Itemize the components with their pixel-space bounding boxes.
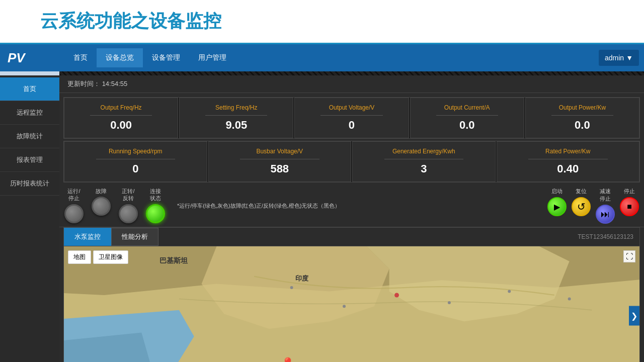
metric-running-speed: Running Speed/rpm 0 [64, 141, 207, 182]
status-indicator-3 [146, 204, 165, 223]
control-buttons: 启动 ▶ 复位 ↺ 减速停止 ⏭ [547, 188, 639, 224]
metric-value-4: 0.0 [531, 119, 634, 132]
map-label-india: 印度 [295, 274, 308, 283]
decel-stop-button[interactable]: ⏭ [596, 205, 615, 224]
status-label-3: 连接状态 [150, 188, 161, 202]
status-label-0: 运行/停止 [67, 188, 80, 202]
metric-rated-power: Rated Power/Kw 0.40 [497, 141, 640, 182]
ctrl-start: 启动 ▶ [547, 188, 567, 216]
start-button[interactable]: ▶ [547, 197, 567, 216]
metric-value-2: 0 [300, 119, 403, 132]
logo-area: PV [0, 44, 59, 71]
metric-label-r2: Generated Energy/Kwh [358, 148, 490, 155]
metric-output-current: Output Current/A 0.0 [410, 98, 524, 138]
sidebar-item-history[interactable]: 历时报表统计 [0, 172, 59, 196]
metric-label-1: Setting Freq/Hz [185, 104, 288, 111]
sidebar-nav: 首页 远程监控 故障统计 报表管理 历时报表统计 [0, 75, 59, 362]
map-btn-map[interactable]: 地图 [68, 250, 91, 264]
metric-output-voltage: Output Voltage/V 0 [294, 98, 409, 138]
svg-point-13 [290, 286, 293, 289]
device-id: TEST123456123123 [578, 233, 639, 240]
nav-home[interactable]: 首页 [64, 48, 97, 67]
sidebar-item-report[interactable]: 报表管理 [0, 148, 59, 172]
skip-icon: ⏭ [601, 209, 610, 220]
metric-output-freq: Output Freq/Hz 0.00 [64, 98, 178, 138]
sidebar-item-remote[interactable]: 远程监控 [0, 101, 59, 125]
map-area: 巴基斯坦 印度 📍 fI 地图 卫星图像 ⛶ ❯ [64, 246, 639, 362]
admin-label: admin [605, 54, 624, 62]
sidebar-item-home[interactable]: 首页 [0, 77, 59, 101]
ctrl-label-reset: 复位 [576, 188, 587, 195]
stop-icon: ■ [627, 202, 632, 211]
title-bar: 云系统功能之设备监控 [0, 0, 644, 44]
map-pin: 📍 [280, 358, 295, 362]
status-indicator-0 [64, 204, 84, 223]
status-run-stop: 运行/停止 [64, 188, 84, 223]
status-indicator-1 [92, 197, 111, 216]
metric-output-power: Output Power/Kw 0.0 [525, 98, 639, 138]
metric-busbar-voltage: Busbar Voltage/V 588 [208, 141, 352, 182]
update-time-value: 14:54:55 [102, 80, 128, 87]
metric-label-2: Output Voltage/V [300, 104, 403, 111]
stop-button[interactable]: ■ [620, 197, 639, 216]
svg-point-14 [568, 297, 571, 300]
metric-label-r3: Rated Power/Kw [502, 148, 634, 155]
map-btn-satellite[interactable]: 卫星图像 [93, 250, 128, 264]
metric-label-0: Output Freq/Hz [69, 104, 173, 111]
content-area: 更新时间： 14:54:55 Output Freq/Hz 0.00 Setti… [59, 75, 644, 362]
admin-arrow: ▼ [626, 54, 633, 62]
metrics-row2: Running Speed/rpm 0 Busbar Voltage/V 588… [63, 141, 640, 183]
ctrl-label-decel: 减速停止 [600, 188, 611, 203]
sidebar-item-fault[interactable]: 故障统计 [0, 125, 59, 148]
metric-setting-freq: Setting Freq/Hz 9.05 [179, 98, 293, 138]
ctrl-stop: 停止 ■ [620, 188, 639, 216]
tab-performance[interactable]: 性能分析 [111, 228, 158, 246]
nav-user-mgmt[interactable]: 用户管理 [189, 48, 235, 67]
play-icon: ▶ [554, 202, 560, 212]
admin-menu[interactable]: admin ▼ [599, 50, 639, 66]
metric-value-r1: 588 [214, 162, 346, 175]
metric-value-0: 0.00 [69, 119, 173, 132]
status-fault: 故障 [92, 188, 111, 216]
header-row: PV 首页 设备总览 设备管理 用户管理 admin ▼ [0, 44, 644, 71]
metric-label-r0: Running Speed/rpm [69, 148, 202, 155]
ctrl-label-start: 启动 [551, 188, 562, 195]
ctrl-decel: 减速停止 ⏭ [596, 188, 615, 224]
metric-value-3: 0.0 [416, 119, 519, 132]
tab-pump-monitor[interactable]: 水泵监控 [64, 228, 111, 246]
update-time-label: 更新时间： [67, 80, 100, 87]
metric-value-r2: 3 [358, 162, 490, 175]
status-label-2: 正转/反转 [122, 188, 134, 202]
tab-bar: 水泵监控 性能分析 TEST123456123123 [64, 228, 639, 246]
svg-point-12 [508, 290, 511, 293]
status-indicator-2 [119, 204, 138, 223]
page-title: 云系统功能之设备监控 [40, 11, 221, 31]
reset-button[interactable]: ↺ [572, 197, 591, 216]
metric-generated-energy: Generated Energy/Kwh 3 [352, 141, 496, 182]
status-hint: *运行/停车(绿色,灰色)故障(红色)正/反转(绿色,橙色)无状态（黑色） [173, 202, 539, 210]
right-arrow-icon: ❯ [631, 312, 637, 320]
ctrl-reset: 复位 ↺ [572, 188, 591, 216]
update-time-bar: 更新时间： 14:54:55 [59, 75, 644, 93]
pv-logo: PV [8, 50, 25, 66]
reset-icon: ↺ [577, 201, 586, 213]
metrics-row1: Output Freq/Hz 0.00 Setting Freq/Hz 9.05… [63, 97, 640, 139]
metric-label-r1: Busbar Voltage/V [214, 148, 346, 155]
map-expand-button[interactable]: ⛶ [623, 250, 635, 262]
svg-point-10 [343, 305, 346, 308]
svg-point-11 [448, 301, 451, 304]
nav-overview[interactable]: 设备总览 [97, 48, 143, 67]
bottom-section: 水泵监控 性能分析 TEST123456123123 [63, 227, 640, 362]
map-label-pakistan: 巴基斯坦 [159, 256, 188, 265]
nav-stripe [59, 71, 644, 75]
metric-value-1: 9.05 [185, 119, 288, 132]
map-right-arrow[interactable]: ❯ [629, 306, 639, 326]
svg-point-9 [394, 293, 399, 297]
status-row: 运行/停止 故障 正转/反转 连接状态 *运行/停车(绿色,灰色)故障(红色)正… [59, 185, 644, 227]
metric-label-4: Output Power/Kw [531, 104, 634, 111]
status-fwd-rev: 正转/反转 [119, 188, 138, 223]
nav-device-mgmt[interactable]: 设备管理 [143, 48, 189, 67]
top-nav: 首页 设备总览 设备管理 用户管理 admin ▼ [59, 48, 644, 67]
metric-label-3: Output Current/A [416, 104, 519, 111]
status-connection: 连接状态 [146, 188, 165, 223]
